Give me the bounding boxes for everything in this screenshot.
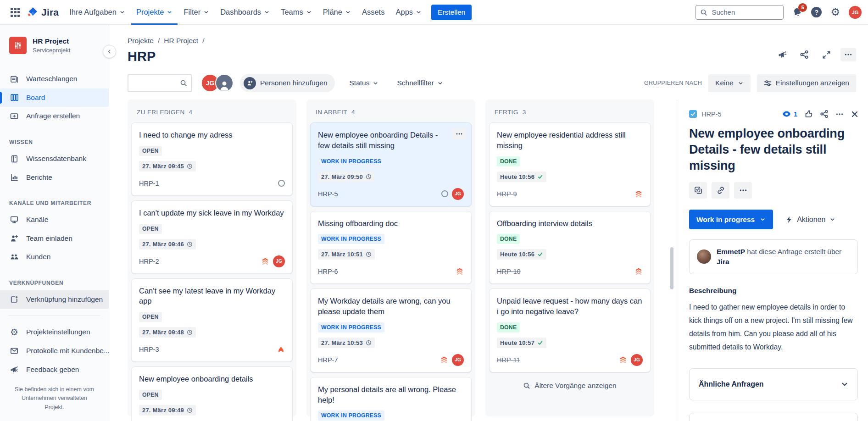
issue-card-hrp-2[interactable]: I can't update my sick leave in my Workd… (131, 200, 293, 274)
sidebar-item-team-einladen[interactable]: Team einladen (0, 229, 109, 248)
chevron-down-icon (119, 9, 125, 15)
sidebar-item-protokolle[interactable]: Protokolle mit Kundenbe... (0, 342, 109, 360)
nav-projekte[interactable]: Projekte (131, 0, 178, 25)
sidebar-item-anfrage-erstellen[interactable]: Anfrage erstellen (0, 107, 109, 126)
project-header[interactable]: HR Project Serviceprojekt (0, 37, 109, 54)
gear-icon[interactable]: ⚙ (830, 7, 840, 17)
nav-filter[interactable]: Filter (178, 0, 214, 25)
more-actions-button[interactable] (734, 182, 752, 199)
issue-key: HRP-11 (497, 356, 520, 364)
sidebar-item-wissensdatenbank[interactable]: Wissensdatenbank (0, 150, 109, 168)
nav-plaene[interactable]: Pläne (318, 0, 356, 25)
app-name: Jira (41, 7, 59, 18)
notifications-button[interactable]: 5 (792, 7, 802, 17)
board-more-button[interactable] (840, 48, 856, 61)
actions-dropdown[interactable]: Aktionen (785, 216, 835, 224)
member-avatar-anonymous[interactable] (215, 74, 234, 92)
issue-card-hrp-6[interactable]: Missing offboarding doc WORK IN PROGRESS… (310, 211, 472, 284)
date-badge: 27. März 10:53 (318, 338, 375, 348)
mail-icon (9, 346, 19, 355)
issue-card-hrp-5[interactable]: New employee onboarding Details - few de… (310, 122, 472, 206)
create-button[interactable]: Erstellen (431, 5, 472, 20)
fullscreen-button[interactable] (818, 48, 834, 61)
sidebar-item-warteschlangen[interactable]: Warteschlangen (0, 70, 109, 89)
issue-card-hrp-4[interactable]: New employee onboarding details OPEN 27.… (131, 366, 293, 421)
slas-section[interactable]: SLAs (689, 413, 858, 421)
group-by-dropdown[interactable]: Keine (708, 74, 751, 92)
nav-apps[interactable]: Apps (390, 0, 427, 25)
assignee-avatar[interactable]: JG (452, 354, 464, 366)
sidebar-section-verknuepfungen: VERKNÜPFUNGEN (0, 280, 109, 286)
nav-ihre-aufgaben[interactable]: Ihre Aufgaben (64, 0, 130, 25)
quick-filters-dropdown[interactable]: Schnellfilter (394, 79, 445, 87)
status-dropdown-button[interactable]: Work in progress (689, 210, 773, 229)
issue-card-hrp-8[interactable]: My personal details are all wrong. Pleas… (310, 377, 472, 421)
help-icon[interactable]: ? (811, 7, 822, 17)
sidebar-item-board[interactable]: Board (0, 89, 109, 107)
assignee-avatar[interactable]: JG (452, 188, 464, 200)
card-more-button[interactable] (452, 128, 466, 139)
sidebar-collapse-button[interactable] (103, 45, 116, 58)
priority-highest-icon (261, 257, 269, 266)
issue-card-hrp-9[interactable]: New employee residential address still m… (489, 122, 651, 206)
more-button[interactable] (835, 110, 844, 118)
add-person-icon (244, 77, 256, 89)
sidebar-item-berichte[interactable]: Berichte (0, 168, 109, 187)
nav-teams[interactable]: Teams (276, 0, 317, 25)
sidebar-item-kunden[interactable]: Kunden (0, 248, 109, 266)
add-people-button[interactable]: Personen hinzufügen (240, 74, 335, 92)
similar-requests-section[interactable]: Ähnliche Anfragen (689, 368, 858, 400)
issue-title[interactable]: New employee onboarding Details - few de… (689, 126, 868, 174)
assignee-avatar[interactable]: JG (273, 255, 285, 267)
status-badge: WORK IN PROGRESS (318, 234, 384, 244)
add-link-button[interactable] (712, 182, 729, 199)
board-scrollbar[interactable] (670, 247, 673, 289)
project-avatar-icon (9, 37, 27, 54)
breadcrumb-projekte[interactable]: Projekte (128, 37, 154, 45)
feedback-megaphone-button[interactable] (774, 48, 790, 61)
sidebar-item-kanaele[interactable]: Kanäle (0, 210, 109, 229)
share-button[interactable] (820, 110, 829, 118)
date-badge: 27. März 09:50 (318, 172, 375, 182)
description-text[interactable]: I need to gather new employee details in… (689, 300, 868, 354)
sidebar-item-projekteinstellungen[interactable]: ⚙ Projekteinstellungen (0, 323, 109, 342)
jira-logo[interactable]: Jira (24, 6, 63, 18)
issue-card-hrp-1[interactable]: I need to change my adress OPEN 27. März… (131, 122, 293, 196)
app-switcher-icon[interactable] (7, 5, 23, 20)
status-filter-dropdown[interactable]: Status (347, 79, 382, 87)
share-button[interactable] (796, 48, 812, 61)
chevron-down-icon (841, 381, 848, 388)
jira-logo-icon (27, 6, 38, 18)
status-circle-icon (441, 190, 448, 197)
column-header: ZU ERLEDIGEN 4 (131, 103, 293, 122)
issue-card-hrp-11[interactable]: Unpaid leave request - how many days can… (489, 288, 651, 372)
add-checklist-button[interactable] (689, 182, 707, 199)
assignee-avatar[interactable]: JG (631, 354, 643, 366)
status-badge: DONE (497, 156, 520, 166)
sidebar-item-verknuepfung-hinzufuegen[interactable]: Verknüpfung hinzufügen (0, 290, 109, 309)
issue-key-link[interactable]: HRP-5 (701, 111, 722, 118)
nav-assets[interactable]: Assets (357, 0, 390, 25)
chevron-down-icon (264, 9, 270, 15)
show-older-link[interactable]: Ältere Vorgänge anzeigen (489, 372, 651, 393)
global-search-input[interactable] (696, 5, 784, 20)
nav-dashboards[interactable]: Dashboards (215, 0, 275, 25)
breadcrumb-hr-project[interactable]: HR Project (164, 37, 198, 45)
like-button[interactable] (804, 110, 813, 118)
issue-card-hrp-3[interactable]: Can't see my latest leave in my Workday … (131, 278, 293, 362)
person-icon (218, 79, 230, 91)
view-settings-button[interactable]: Einstellungen anzeigen (757, 74, 856, 92)
close-panel-button[interactable] (851, 110, 859, 118)
issue-card-hrp-7[interactable]: My Workday details are wrong, can you pl… (310, 288, 472, 372)
share-icon (820, 110, 829, 118)
user-avatar[interactable]: JG (849, 6, 862, 19)
issue-key: HRP-6 (318, 268, 338, 275)
status-badge: DONE (497, 234, 520, 244)
more-horizontal-icon (835, 110, 844, 118)
board-column-fertig: FERTIG 3 New employee residential addres… (485, 100, 654, 416)
kanban-board: ZU ERLEDIGEN 4 I need to change my adres… (109, 100, 677, 421)
issue-card-hrp-10[interactable]: Offboarding interview details DONE Heute… (489, 211, 651, 284)
sidebar-item-feedback[interactable]: Feedback geben (0, 360, 109, 379)
watch-button[interactable]: 1 (782, 110, 797, 118)
priority-high-icon (277, 346, 285, 354)
